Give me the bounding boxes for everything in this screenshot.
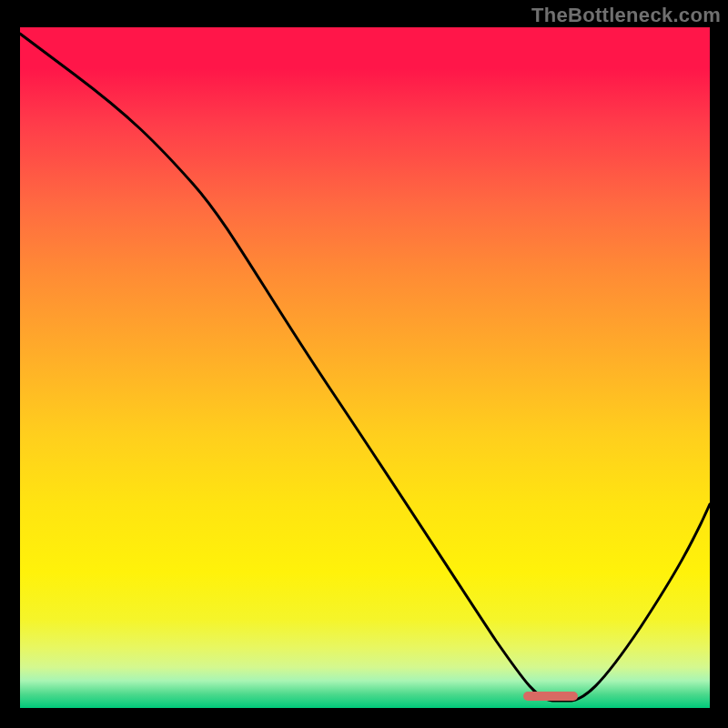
minimum-marker [523, 692, 578, 701]
bottleneck-curve-path [20, 34, 710, 701]
chart-container [20, 27, 710, 708]
watermark-text: TheBottleneck.com [531, 4, 721, 27]
axis-bottom [0, 708, 728, 728]
chart-line [20, 27, 710, 708]
axis-right [710, 0, 728, 728]
axis-left [0, 0, 20, 728]
